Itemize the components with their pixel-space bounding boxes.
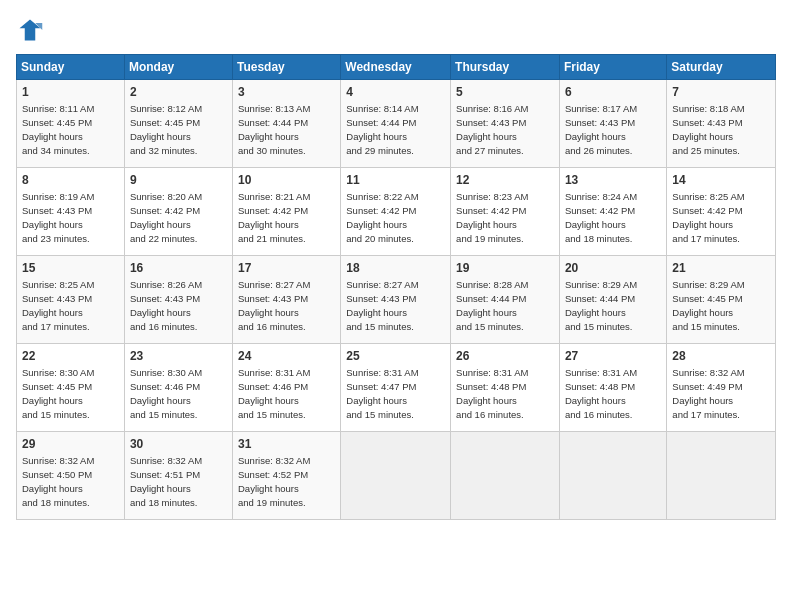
calendar-cell: 29Sunrise: 8:32 AMSunset: 4:50 PMDayligh… [17,432,125,520]
calendar-cell: 17Sunrise: 8:27 AMSunset: 4:43 PMDayligh… [232,256,340,344]
calendar-body: 1Sunrise: 8:11 AMSunset: 4:45 PMDaylight… [17,80,776,520]
calendar-cell: 12Sunrise: 8:23 AMSunset: 4:42 PMDayligh… [451,168,560,256]
day-info: Sunrise: 8:25 AMSunset: 4:42 PMDaylight … [672,191,744,243]
day-info: Sunrise: 8:32 AMSunset: 4:52 PMDaylight … [238,455,310,507]
calendar-cell: 15Sunrise: 8:25 AMSunset: 4:43 PMDayligh… [17,256,125,344]
dow-header: Monday [124,55,232,80]
dow-header: Saturday [667,55,776,80]
day-number: 24 [238,348,335,364]
day-info: Sunrise: 8:29 AMSunset: 4:44 PMDaylight … [565,279,637,331]
calendar-cell: 4Sunrise: 8:14 AMSunset: 4:44 PMDaylight… [341,80,451,168]
day-info: Sunrise: 8:30 AMSunset: 4:45 PMDaylight … [22,367,94,419]
dow-header: Sunday [17,55,125,80]
day-number: 10 [238,172,335,188]
calendar-cell [451,432,560,520]
day-info: Sunrise: 8:29 AMSunset: 4:45 PMDaylight … [672,279,744,331]
day-info: Sunrise: 8:12 AMSunset: 4:45 PMDaylight … [130,103,202,155]
calendar-cell: 2Sunrise: 8:12 AMSunset: 4:45 PMDaylight… [124,80,232,168]
day-info: Sunrise: 8:31 AMSunset: 4:48 PMDaylight … [456,367,528,419]
day-info: Sunrise: 8:16 AMSunset: 4:43 PMDaylight … [456,103,528,155]
logo [16,16,48,44]
calendar-cell: 3Sunrise: 8:13 AMSunset: 4:44 PMDaylight… [232,80,340,168]
dow-header: Tuesday [232,55,340,80]
day-info: Sunrise: 8:19 AMSunset: 4:43 PMDaylight … [22,191,94,243]
day-number: 4 [346,84,445,100]
calendar-cell: 31Sunrise: 8:32 AMSunset: 4:52 PMDayligh… [232,432,340,520]
calendar-table: SundayMondayTuesdayWednesdayThursdayFrid… [16,54,776,520]
day-number: 1 [22,84,119,100]
day-number: 17 [238,260,335,276]
day-number: 22 [22,348,119,364]
day-info: Sunrise: 8:14 AMSunset: 4:44 PMDaylight … [346,103,418,155]
page-header [16,16,776,44]
day-number: 15 [22,260,119,276]
day-number: 28 [672,348,770,364]
day-number: 16 [130,260,227,276]
day-number: 6 [565,84,661,100]
dow-header: Wednesday [341,55,451,80]
day-info: Sunrise: 8:32 AMSunset: 4:49 PMDaylight … [672,367,744,419]
day-info: Sunrise: 8:21 AMSunset: 4:42 PMDaylight … [238,191,310,243]
day-number: 26 [456,348,554,364]
calendar-cell: 23Sunrise: 8:30 AMSunset: 4:46 PMDayligh… [124,344,232,432]
calendar-cell [341,432,451,520]
day-info: Sunrise: 8:23 AMSunset: 4:42 PMDaylight … [456,191,528,243]
calendar-cell: 22Sunrise: 8:30 AMSunset: 4:45 PMDayligh… [17,344,125,432]
calendar-cell: 10Sunrise: 8:21 AMSunset: 4:42 PMDayligh… [232,168,340,256]
day-number: 13 [565,172,661,188]
day-number: 14 [672,172,770,188]
logo-icon [16,16,44,44]
calendar-cell: 24Sunrise: 8:31 AMSunset: 4:46 PMDayligh… [232,344,340,432]
calendar-week-row: 8Sunrise: 8:19 AMSunset: 4:43 PMDaylight… [17,168,776,256]
day-info: Sunrise: 8:27 AMSunset: 4:43 PMDaylight … [238,279,310,331]
calendar-cell: 5Sunrise: 8:16 AMSunset: 4:43 PMDaylight… [451,80,560,168]
dow-header: Friday [559,55,666,80]
calendar-cell: 20Sunrise: 8:29 AMSunset: 4:44 PMDayligh… [559,256,666,344]
day-info: Sunrise: 8:17 AMSunset: 4:43 PMDaylight … [565,103,637,155]
calendar-cell: 21Sunrise: 8:29 AMSunset: 4:45 PMDayligh… [667,256,776,344]
day-info: Sunrise: 8:31 AMSunset: 4:48 PMDaylight … [565,367,637,419]
calendar-cell: 25Sunrise: 8:31 AMSunset: 4:47 PMDayligh… [341,344,451,432]
day-info: Sunrise: 8:31 AMSunset: 4:47 PMDaylight … [346,367,418,419]
day-info: Sunrise: 8:32 AMSunset: 4:51 PMDaylight … [130,455,202,507]
calendar-week-row: 1Sunrise: 8:11 AMSunset: 4:45 PMDaylight… [17,80,776,168]
day-info: Sunrise: 8:32 AMSunset: 4:50 PMDaylight … [22,455,94,507]
calendar-cell: 16Sunrise: 8:26 AMSunset: 4:43 PMDayligh… [124,256,232,344]
day-number: 9 [130,172,227,188]
day-info: Sunrise: 8:30 AMSunset: 4:46 PMDaylight … [130,367,202,419]
day-info: Sunrise: 8:18 AMSunset: 4:43 PMDaylight … [672,103,744,155]
day-number: 30 [130,436,227,452]
day-number: 3 [238,84,335,100]
calendar-cell [667,432,776,520]
day-info: Sunrise: 8:22 AMSunset: 4:42 PMDaylight … [346,191,418,243]
day-info: Sunrise: 8:11 AMSunset: 4:45 PMDaylight … [22,103,94,155]
day-number: 23 [130,348,227,364]
calendar-week-row: 22Sunrise: 8:30 AMSunset: 4:45 PMDayligh… [17,344,776,432]
calendar-cell: 28Sunrise: 8:32 AMSunset: 4:49 PMDayligh… [667,344,776,432]
day-info: Sunrise: 8:26 AMSunset: 4:43 PMDaylight … [130,279,202,331]
calendar-cell: 30Sunrise: 8:32 AMSunset: 4:51 PMDayligh… [124,432,232,520]
day-number: 18 [346,260,445,276]
day-info: Sunrise: 8:20 AMSunset: 4:42 PMDaylight … [130,191,202,243]
svg-marker-0 [20,20,41,41]
day-number: 29 [22,436,119,452]
calendar-cell: 26Sunrise: 8:31 AMSunset: 4:48 PMDayligh… [451,344,560,432]
day-number: 2 [130,84,227,100]
day-info: Sunrise: 8:31 AMSunset: 4:46 PMDaylight … [238,367,310,419]
calendar-cell: 8Sunrise: 8:19 AMSunset: 4:43 PMDaylight… [17,168,125,256]
calendar-cell: 18Sunrise: 8:27 AMSunset: 4:43 PMDayligh… [341,256,451,344]
calendar-cell [559,432,666,520]
day-number: 21 [672,260,770,276]
calendar-cell: 1Sunrise: 8:11 AMSunset: 4:45 PMDaylight… [17,80,125,168]
day-info: Sunrise: 8:27 AMSunset: 4:43 PMDaylight … [346,279,418,331]
day-number: 27 [565,348,661,364]
dow-header: Thursday [451,55,560,80]
calendar-cell: 11Sunrise: 8:22 AMSunset: 4:42 PMDayligh… [341,168,451,256]
day-number: 31 [238,436,335,452]
day-info: Sunrise: 8:24 AMSunset: 4:42 PMDaylight … [565,191,637,243]
day-number: 20 [565,260,661,276]
calendar-cell: 19Sunrise: 8:28 AMSunset: 4:44 PMDayligh… [451,256,560,344]
calendar-cell: 9Sunrise: 8:20 AMSunset: 4:42 PMDaylight… [124,168,232,256]
day-number: 12 [456,172,554,188]
day-info: Sunrise: 8:25 AMSunset: 4:43 PMDaylight … [22,279,94,331]
